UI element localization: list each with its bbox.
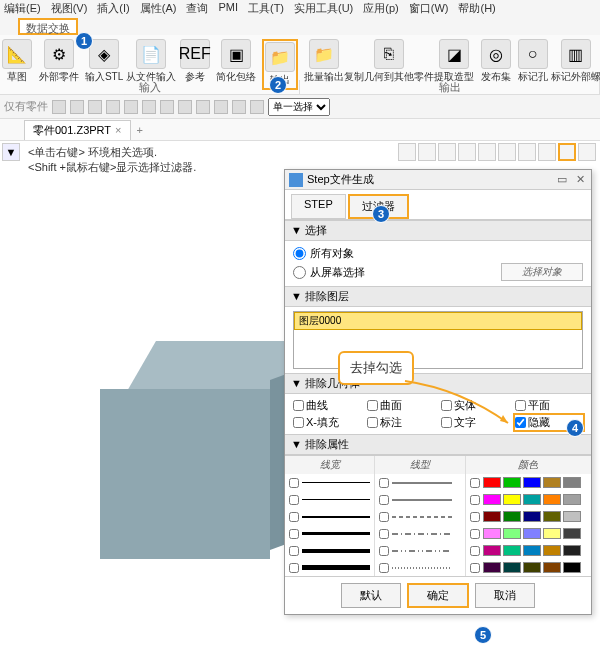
view-btn[interactable] xyxy=(418,143,436,161)
menu-tool[interactable]: 工具(T) xyxy=(248,1,284,17)
qbar-icon[interactable] xyxy=(160,100,174,114)
swatch[interactable] xyxy=(523,494,541,505)
filter-icon[interactable]: ▼ xyxy=(2,143,20,161)
ls-cell[interactable] xyxy=(375,491,464,508)
btn-ext-part[interactable]: ⚙外部零件 xyxy=(39,39,79,84)
chk-color[interactable] xyxy=(470,563,480,573)
chk-lw[interactable] xyxy=(289,563,299,573)
section-layer[interactable]: ▼ 排除图层 xyxy=(285,286,591,307)
btn-cancel[interactable]: 取消 xyxy=(475,583,535,608)
btn-ref[interactable]: REF参考 xyxy=(179,39,210,84)
select-mode[interactable]: 单一选择 xyxy=(268,98,330,116)
chk-color[interactable] xyxy=(470,495,480,505)
chk-lw[interactable] xyxy=(289,512,299,522)
swatch[interactable] xyxy=(543,511,561,522)
btn-extract[interactable]: ◪提取造型 xyxy=(434,39,474,84)
view-btn[interactable] xyxy=(558,143,576,161)
view-btn[interactable] xyxy=(498,143,516,161)
menu-attr[interactable]: 属性(A) xyxy=(140,1,177,17)
btn-default[interactable]: 默认 xyxy=(341,583,401,608)
menu-edit[interactable]: 编辑(E) xyxy=(4,1,41,17)
ls-cell[interactable] xyxy=(375,542,464,559)
swatch[interactable] xyxy=(523,477,541,488)
swatch[interactable] xyxy=(503,545,521,556)
close-icon[interactable]: × xyxy=(115,124,121,136)
swatch[interactable] xyxy=(543,562,561,573)
swatch[interactable] xyxy=(543,494,561,505)
swatch[interactable] xyxy=(483,562,501,573)
swatch[interactable] xyxy=(543,477,561,488)
swatch[interactable] xyxy=(523,511,541,522)
swatch[interactable] xyxy=(563,494,581,505)
qbar-icon[interactable] xyxy=(124,100,138,114)
chk-color[interactable] xyxy=(470,512,480,522)
view-btn[interactable] xyxy=(478,143,496,161)
swatch[interactable] xyxy=(483,494,501,505)
view-btn[interactable] xyxy=(578,143,596,161)
swatch[interactable] xyxy=(563,477,581,488)
layer-list[interactable]: 图层0000 xyxy=(293,311,583,369)
chk-solid[interactable] xyxy=(441,400,452,411)
btn-ok[interactable]: 确定 xyxy=(407,583,469,608)
swatch[interactable] xyxy=(503,562,521,573)
btn-mark-ext[interactable]: ▥标记外部螺 xyxy=(554,39,598,84)
chk-color[interactable] xyxy=(470,529,480,539)
chk-plane[interactable] xyxy=(515,400,526,411)
chk-text[interactable] xyxy=(441,417,452,428)
menu-pmi[interactable]: PMI xyxy=(218,1,238,17)
ls-cell[interactable] xyxy=(375,525,464,542)
chk-color[interactable] xyxy=(470,478,480,488)
radio-all[interactable] xyxy=(293,247,306,260)
menu-app[interactable]: 应用(p) xyxy=(363,1,398,17)
qbar-icon[interactable] xyxy=(196,100,210,114)
swatch[interactable] xyxy=(483,511,501,522)
swatch[interactable] xyxy=(483,528,501,539)
qbar-icon[interactable] xyxy=(88,100,102,114)
color-row[interactable] xyxy=(466,542,591,559)
qbar-icon[interactable] xyxy=(214,100,228,114)
menu-window[interactable]: 窗口(W) xyxy=(409,1,449,17)
btn-from-file[interactable]: 📄从文件输入 xyxy=(129,39,173,84)
swatch[interactable] xyxy=(523,528,541,539)
section-attr[interactable]: ▼ 排除属性 xyxy=(285,434,591,455)
qbar-icon[interactable] xyxy=(106,100,120,114)
menu-util[interactable]: 实用工具(U) xyxy=(294,1,353,17)
swatch[interactable] xyxy=(503,511,521,522)
ls-cell[interactable] xyxy=(375,559,464,576)
view-btn[interactable] xyxy=(398,143,416,161)
qbar-icon[interactable] xyxy=(232,100,246,114)
color-row[interactable] xyxy=(466,491,591,508)
tab-step[interactable]: STEP xyxy=(291,194,346,219)
swatch[interactable] xyxy=(503,477,521,488)
close-panel-icon[interactable]: ✕ xyxy=(573,173,587,187)
menu-insert[interactable]: 插入(I) xyxy=(97,1,129,17)
chk-label[interactable] xyxy=(367,417,378,428)
swatch[interactable] xyxy=(523,545,541,556)
color-row[interactable] xyxy=(466,559,591,576)
qbar-icon[interactable] xyxy=(250,100,264,114)
chk-ls[interactable] xyxy=(379,478,389,488)
layer-item[interactable]: 图层0000 xyxy=(294,312,582,330)
btn-mark-hole[interactable]: ○标记孔 xyxy=(517,39,548,84)
btn-publish[interactable]: ◎发布集 xyxy=(480,39,511,84)
swatch[interactable] xyxy=(563,511,581,522)
chk-hidden[interactable] xyxy=(515,417,526,428)
chk-ls[interactable] xyxy=(379,563,389,573)
pick-button[interactable]: 选择对象 xyxy=(501,263,583,281)
chk-surface[interactable] xyxy=(367,400,378,411)
swatch[interactable] xyxy=(563,528,581,539)
chk-xfill[interactable] xyxy=(293,417,304,428)
color-row[interactable] xyxy=(466,508,591,525)
swatch[interactable] xyxy=(523,562,541,573)
color-row[interactable] xyxy=(466,525,591,542)
qbar-icon[interactable] xyxy=(52,100,66,114)
btn-copy-geom[interactable]: ⎘复制几何到其他零件 xyxy=(350,39,428,84)
radio-screen[interactable] xyxy=(293,266,306,279)
chk-ls[interactable] xyxy=(379,512,389,522)
swatch[interactable] xyxy=(563,545,581,556)
swatch[interactable] xyxy=(503,528,521,539)
menu-help[interactable]: 帮助(H) xyxy=(458,1,495,17)
section-geom[interactable]: ▼ 排除几何体 xyxy=(285,373,591,394)
btn-simplify[interactable]: ▣简化包络 xyxy=(216,39,256,84)
chk-lw[interactable] xyxy=(289,529,299,539)
